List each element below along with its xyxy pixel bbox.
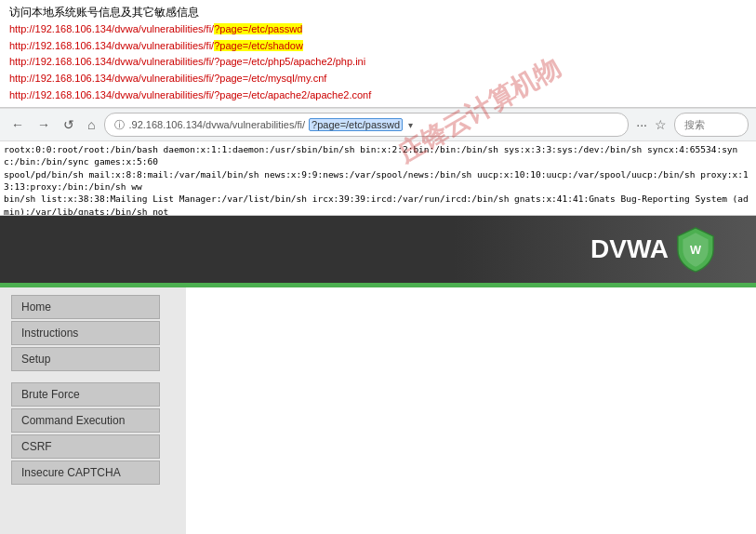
main-content-area (186, 287, 756, 534)
fi-link-anchor-1[interactable]: http://192.168.106.134/dvwa/vulnerabilit… (9, 23, 302, 34)
info-icon: ⓘ (114, 118, 125, 132)
address-bar[interactable]: ⓘ .92.168.106.134/dvwa/vulnerabilities/f… (104, 113, 629, 137)
sidebar-item-command-execution[interactable]: Command Execution (11, 408, 160, 433)
fi-link-1[interactable]: http://192.168.106.134/dvwa/vulnerabilit… (9, 21, 747, 38)
dvwa-header: DVWA W (0, 216, 756, 283)
url-highlighted[interactable]: ?page=/etc/passwd (309, 118, 403, 131)
fi-title: 访问本地系统账号信息及其它敏感信息 (9, 4, 747, 21)
sidebar-item-insecure-captcha[interactable]: Insecure CAPTCHA (11, 461, 160, 485)
home-button[interactable]: ⌂ (84, 115, 99, 134)
sidebar-item-home[interactable]: Home (11, 295, 160, 319)
terminal-line-1: rootx:0:0:root/root:/bin/bash daemon:x:1… (4, 143, 752, 168)
back-button[interactable]: ← (7, 115, 28, 134)
reload-button[interactable]: ↺ (60, 115, 78, 134)
sidebar-item-setup[interactable]: Setup (11, 347, 160, 371)
url-dropdown-arrow[interactable]: ▾ (408, 120, 413, 130)
sidebar-spacer (11, 373, 175, 380)
fi-link-anchor-5[interactable]: http://192.168.106.134/dvwa/vulnerabilit… (9, 89, 371, 100)
svg-text:W: W (690, 243, 701, 257)
terminal-line-3: bin/sh list:x:38:38:Mailing List Manager… (4, 193, 752, 216)
fi-link-anchor-3[interactable]: http://192.168.106.134/dvwa/vulnerabilit… (9, 56, 365, 67)
bookmark-button[interactable]: ☆ (653, 115, 669, 134)
search-input[interactable] (674, 113, 749, 137)
sidebar-item-instructions[interactable]: Instructions (11, 321, 160, 345)
browser-bar: ← → ↺ ⌂ ⓘ .92.168.106.134/dvwa/vulnerabi… (0, 108, 756, 141)
sidebar-item-csrf[interactable]: CSRF (11, 434, 160, 459)
top-content-area: 访问本地系统账号信息及其它敏感信息 http://192.168.106.134… (0, 0, 756, 108)
sidebar-item-brute-force[interactable]: Brute Force (11, 382, 160, 407)
dvwa-logo: DVWA W (590, 226, 719, 273)
sidebar: Home Instructions Setup Brute Force Comm… (0, 287, 186, 534)
main-layout: Home Instructions Setup Brute Force Comm… (0, 287, 756, 534)
forward-button[interactable]: → (33, 115, 54, 134)
fi-link-anchor-2[interactable]: http://192.168.106.134/dvwa/vulnerabilit… (9, 40, 303, 51)
fi-link-4[interactable]: http://192.168.106.134/dvwa/vulnerabilit… (9, 71, 747, 87)
fi-link-2[interactable]: http://192.168.106.134/dvwa/vulnerabilit… (9, 38, 747, 55)
sidebar-vuln-section: Brute Force Command Execution CSRF Insec… (11, 382, 175, 485)
bar-icons: ··· ☆ (634, 115, 669, 134)
sidebar-main-section: Home Instructions Setup (11, 295, 175, 371)
dvwa-text: DVWA (590, 234, 669, 264)
fi-link-5[interactable]: http://192.168.106.134/dvwa/vulnerabilit… (9, 87, 747, 104)
url-prefix: .92.168.106.134/dvwa/vulnerabilities/fi/ (128, 119, 305, 130)
fi-link-3[interactable]: http://192.168.106.134/dvwa/vulnerabilit… (9, 54, 747, 71)
terminal-line-2: spool/pd/bin/sh mail:x:8:8:mail:/var/mai… (4, 168, 752, 194)
ellipsis-button[interactable]: ··· (634, 115, 649, 134)
dvwa-shield-icon: W (672, 226, 719, 273)
fi-link-anchor-4[interactable]: http://192.168.106.134/dvwa/vulnerabilit… (9, 73, 326, 84)
terminal-output: rootx:0:0:root/root:/bin/bash daemon:x:1… (0, 141, 756, 216)
